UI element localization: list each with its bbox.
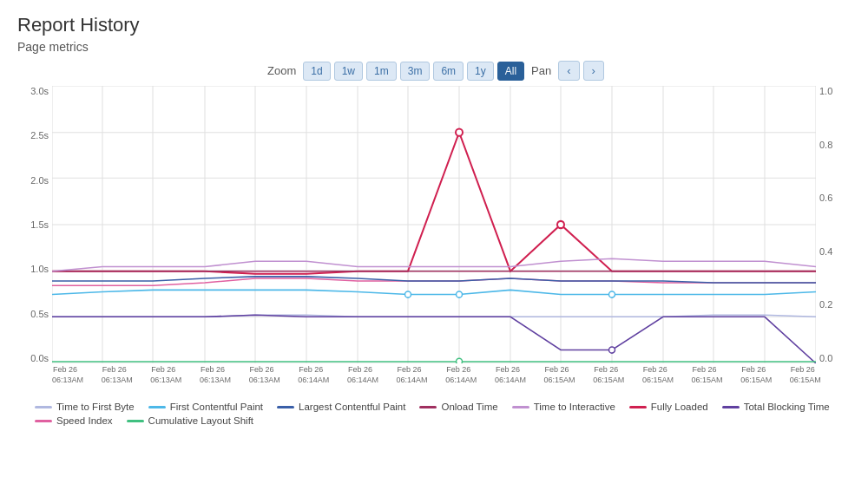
line-lcp (52, 277, 816, 283)
legend-tbt-label: Total Blocking Time (744, 402, 830, 412)
page-container: Report History Page metrics Zoom 1d 1w 1… (0, 0, 868, 435)
pan-prev-button[interactable]: ‹ (558, 61, 579, 81)
y-right-4: 0.8 (819, 140, 832, 150)
legend-cls: Cumulative Layout Shift (127, 415, 253, 426)
x-label-9: Feb 2606:14AM (495, 365, 521, 385)
y-right-1: 0.2 (819, 299, 832, 310)
legend-tti: Time to Interactive (512, 402, 615, 412)
zoom-1y-button[interactable]: 1y (467, 62, 494, 81)
y-right-5: 1.0 (819, 86, 832, 96)
y-left-0: 0.0s (30, 353, 49, 363)
y-right-0: 0.0 (819, 353, 832, 363)
legend-tbt-color (722, 406, 740, 408)
legend-onload: Onload Time (419, 402, 497, 412)
y-left-6: 3.0s (30, 86, 49, 96)
y-left-5: 2.5s (30, 130, 49, 140)
x-label-4: Feb 2606:13AM (249, 365, 275, 385)
y-axis-left: 0.0s 0.5s 1.0s 1.5s 2.0s 2.5s 3.0s (17, 86, 52, 363)
x-label-6: Feb 2606:14AM (347, 365, 373, 385)
y-axis-right: 0.0 0.2 0.4 0.6 0.8 1.0 (816, 86, 851, 363)
legend-fl-color (629, 406, 647, 408)
page-title: Report History (17, 14, 851, 36)
y-left-1: 0.5s (30, 309, 49, 319)
dot-fcp-3 (609, 291, 615, 297)
legend-si-label: Speed Index (56, 415, 113, 426)
y-right-3: 0.6 (819, 193, 832, 203)
zoom-6m-button[interactable]: 6m (433, 62, 464, 81)
legend-lcp-label: Largest Contentful Paint (299, 402, 405, 412)
x-label-3: Feb 2606:13AM (200, 365, 226, 385)
x-label-7: Feb 2606:14AM (397, 365, 423, 385)
legend-fcp-label: First Contentful Paint (170, 402, 263, 412)
legend-fl-label: Fully Loaded (651, 402, 708, 412)
legend-ttfb: Time to First Byte (35, 402, 135, 412)
y-left-3: 1.5s (30, 219, 49, 230)
line-fcp (52, 290, 816, 294)
legend-fcp: First Contentful Paint (148, 402, 263, 412)
x-label-15: Feb 2606:15AM (790, 365, 816, 385)
zoom-1w-button[interactable]: 1w (334, 62, 363, 81)
legend-si-color (35, 420, 52, 422)
chart-area (52, 86, 816, 363)
line-fully-loaded (52, 133, 816, 274)
chart-wrapper: 0.0s 0.5s 1.0s 1.5s 2.0s 2.5s 3.0s 0.0 0… (17, 86, 851, 398)
legend-cls-color (127, 420, 144, 422)
dot-tbt-1 (609, 347, 615, 353)
zoom-label: Zoom (267, 64, 296, 77)
zoom-3m-button[interactable]: 3m (400, 62, 431, 81)
zoom-all-button[interactable]: All (497, 62, 524, 81)
x-label-13: Feb 2606:15AM (692, 365, 718, 385)
dot-fully-loaded-2 (557, 221, 564, 228)
legend-onload-label: Onload Time (441, 402, 497, 412)
y-left-2: 1.0s (30, 264, 49, 274)
legend-si: Speed Index (35, 415, 113, 426)
dot-fcp-1 (405, 291, 411, 297)
line-tbt (52, 315, 816, 363)
legend-lcp: Largest Contentful Paint (277, 402, 405, 412)
pan-next-button[interactable]: › (583, 61, 604, 81)
chart-svg (52, 86, 816, 363)
zoom-1d-button[interactable]: 1d (303, 62, 330, 81)
x-label-1: Feb 2606:13AM (102, 365, 128, 385)
legend-fl: Fully Loaded (629, 402, 708, 412)
legend: Time to First Byte First Contentful Pain… (35, 402, 833, 426)
x-label-14: Feb 2606:15AM (740, 365, 766, 385)
dot-fully-loaded-peak (456, 129, 463, 136)
legend-ttfb-label: Time to First Byte (56, 402, 135, 412)
legend-lcp-color (277, 406, 294, 408)
legend-fcp-color (148, 406, 166, 408)
x-label-11: Feb 2606:15AM (593, 365, 619, 385)
y-right-2: 0.4 (819, 246, 832, 257)
zoom-1m-button[interactable]: 1m (366, 62, 397, 81)
line-tti (52, 258, 816, 271)
x-axis: Feb 2606:13AM Feb 2606:13AM Feb 2606:13A… (52, 363, 816, 398)
legend-cls-label: Cumulative Layout Shift (148, 415, 253, 426)
x-label-12: Feb 2606:15AM (642, 365, 668, 385)
y-left-4: 2.0s (30, 175, 49, 186)
dot-fcp-2 (457, 291, 463, 297)
x-label-5: Feb 2606:14AM (298, 365, 324, 385)
x-label-2: Feb 2606:13AM (150, 365, 176, 385)
legend-tbt: Total Blocking Time (722, 402, 830, 412)
chart-controls: Zoom 1d 1w 1m 3m 6m 1y All Pan ‹ › (17, 61, 851, 81)
pan-label: Pan (531, 64, 551, 77)
legend-tti-label: Time to Interactive (534, 402, 615, 412)
section-subtitle: Page metrics (17, 40, 851, 54)
legend-ttfb-color (35, 406, 52, 408)
legend-onload-color (419, 406, 437, 408)
x-label-8: Feb 2606:14AM (445, 365, 471, 385)
x-label-10: Feb 2606:15AM (544, 365, 570, 385)
x-label-0: Feb 2606:13AM (52, 365, 78, 385)
legend-tti-color (512, 406, 529, 408)
